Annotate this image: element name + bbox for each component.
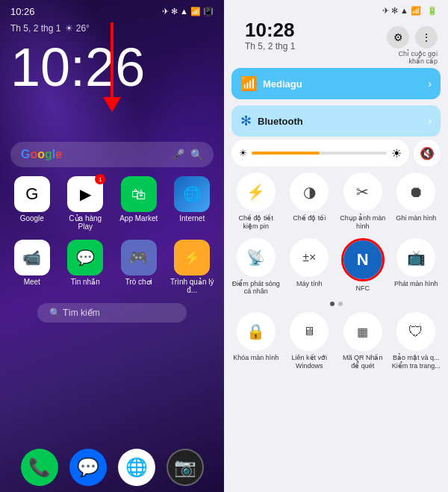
wifi-info: Mediagu [263,78,302,90]
tile-hotspot[interactable]: 📡 Điểm phát sóng cá nhân [231,238,281,296]
brightness-slider[interactable]: ☀ ☀ [231,140,409,166]
arrow-head [103,97,121,112]
left-panel: 10:26 ✈ ✻ ▲ 📶 📳 Th 5, 2 thg 1 ☀ 26° 10:2… [0,0,224,492]
wifi-toggle-left: 📶 Mediagu [240,75,302,92]
page-dots [224,302,448,306]
red-arrow-annotation [103,22,121,112]
battery-saver-icon: ⚡ [237,172,276,211]
dock-zalo[interactable]: 💬 [69,449,107,486]
hotspot-icon: 📡 [237,238,276,277]
bt-arrow-icon[interactable]: › [428,115,432,127]
calculator-label: Máy tính [296,280,323,288]
right-status-bar: ✈ ✻ ▲ 📶 🔋 [224,0,448,19]
right-panel: ✈ ✻ ▲ 📶 🔋 10:28 Th 5, 2 thg 1 ⚙ ⋮ Chỉ cu… [224,0,448,492]
internet-icon: 🌐 [174,176,210,212]
left-status-bar: 10:26 ✈ ✻ ▲ 📶 📳 [0,0,224,20]
tile-battery-saver[interactable]: ⚡ Chế độ tiết kiệm pin [231,172,281,231]
wifi-arrow-icon[interactable]: › [428,78,432,90]
left-time: 10:26 [10,6,35,17]
google-app-icon: G [14,176,50,212]
brightness-bar [252,152,387,155]
screen-record-icon: ⏺ [396,172,435,211]
bottom-search-button[interactable]: 🔍 Tìm kiếm [37,303,187,323]
app-appmarket[interactable]: 🛍 App Market [114,176,164,231]
dark-mode-label: Chế độ tối [293,214,326,222]
tile-cast[interactable]: 📺 Phát màn hình [392,238,441,296]
bluetooth-label: Bluetooth [258,116,303,127]
bluetooth-icon: ✻ [240,113,252,129]
bluetooth-toggle-left: ✻ Bluetooth [240,113,303,129]
left-date: Th 5, 2 thg 1 [10,23,60,34]
brightness-fill [252,152,320,155]
dock-phone[interactable]: 📞 [21,449,58,486]
lock-screen-icon: 🔒 [237,312,276,351]
bottom-tiles-grid: 🔒 Khóa màn hình 🖥 Liên kết với Windows ▦… [224,309,448,373]
left-temp: ☀ 26° [65,23,89,34]
app-games[interactable]: 🎮 Trò chơi [114,240,164,294]
games-icon: 🎮 [121,240,157,275]
app-playstore[interactable]: ▶ 1 Cửa hàng Play [61,176,111,231]
dock-chrome[interactable]: 🌐 [118,449,155,486]
app-grid-row2: 📹 Meet 💬 Tin nhắn 🎮 Trò chơi ⚡ Trình quả… [0,237,224,297]
calculator-icon: ±× [290,238,329,277]
wifi-label: Mediagu [263,78,302,90]
internet-label: Internet [179,214,205,222]
controls-row: ☀ ☀ 🔇 [231,140,441,166]
battery-saver-label: Chế độ tiết kiệm pin [231,214,281,231]
arrow-line [111,22,113,97]
tile-qr[interactable]: ▦ Mã QR Nhấn để quét [338,312,388,370]
tile-screen-record[interactable]: ⏺ Ghi màn hình [392,172,441,231]
playstore-label: Cửa hàng Play [61,214,111,231]
app-internet[interactable]: 🌐 Internet [168,176,217,231]
playstore-badge: 1 [95,174,105,184]
dark-mode-icon: ◑ [290,172,329,211]
appmarket-icon: 🛍 [121,176,157,212]
left-status-icons: ✈ ✻ ▲ 📶 📳 [162,7,214,16]
filemanager-label: Trình quản lý đ... [168,278,217,294]
right-corner-icons: ⚙ ⋮ [387,20,438,49]
google-logo: Google [21,148,62,161]
app-messages[interactable]: 💬 Tin nhắn [61,240,111,294]
bottom-search-label: 🔍 Tìm kiếm [49,308,100,318]
lens-icon[interactable]: 🔍 [190,149,203,161]
nfc-label: NFC [356,284,370,293]
tile-dark-mode[interactable]: ◑ Chế độ tối [285,172,335,231]
mute-button[interactable]: 🔇 [414,140,441,166]
app-google-label: Google [20,214,44,222]
mic-icon[interactable]: 🎤 [172,149,184,161]
left-search-bar[interactable]: Google 🎤 🔍 [10,142,214,167]
right-battery: 🔋 [427,6,438,16]
dot-2 [338,302,343,306]
nfc-red-border: N [341,238,385,281]
nfc-icon: N [343,240,382,279]
settings-icon[interactable]: ⚙ [387,26,409,49]
app-google[interactable]: G Google [7,176,57,231]
tile-screenshot[interactable]: ✂ Chụp ảnh màn hình [338,172,388,231]
tile-link-windows[interactable]: 🖥 Liên kết với Windows [285,312,335,370]
more-icon[interactable]: ⋮ [415,26,438,49]
hotspot-label: Điểm phát sóng cá nhân [231,280,281,296]
tile-nfc[interactable]: N NFC [338,238,388,296]
security-icon: 🛡 [396,312,435,351]
screenshot-label: Chụp ảnh màn hình [338,214,388,231]
tile-calculator[interactable]: ±× Máy tính [285,238,335,296]
brightness-low-icon: ☀ [239,148,247,158]
wifi-toggle[interactable]: 📶 Mediagu › [231,68,441,99]
messages-label: Tin nhắn [71,278,100,286]
playstore-icon: ▶ 1 [67,176,103,212]
bluetooth-toggle[interactable]: ✻ Bluetooth › [231,105,441,137]
app-filemanager[interactable]: ⚡ Trình quản lý đ... [168,240,217,294]
right-date: Th 5, 2 thg 1 [234,40,385,56]
qr-icon: ▦ [343,312,382,351]
app-meet[interactable]: 📹 Meet [7,240,57,294]
link-windows-label: Liên kết với Windows [285,354,335,370]
dock-camera[interactable]: 📷 [167,449,204,486]
messages-icon: 💬 [67,240,103,275]
appmarket-label: App Market [119,214,158,222]
cast-icon: 📺 [396,238,435,277]
security-label: Bảo mật và q... Kiểm tra trang... [392,354,441,370]
tile-lock-screen[interactable]: 🔒 Khóa màn hình [231,312,281,370]
games-label: Trò chơi [125,278,152,286]
right-top-row: 10:28 Th 5, 2 thg 1 ⚙ ⋮ Chỉ cuộc gọi khẩ… [224,20,448,65]
tile-security[interactable]: 🛡 Bảo mật và q... Kiểm tra trang... [392,312,441,370]
